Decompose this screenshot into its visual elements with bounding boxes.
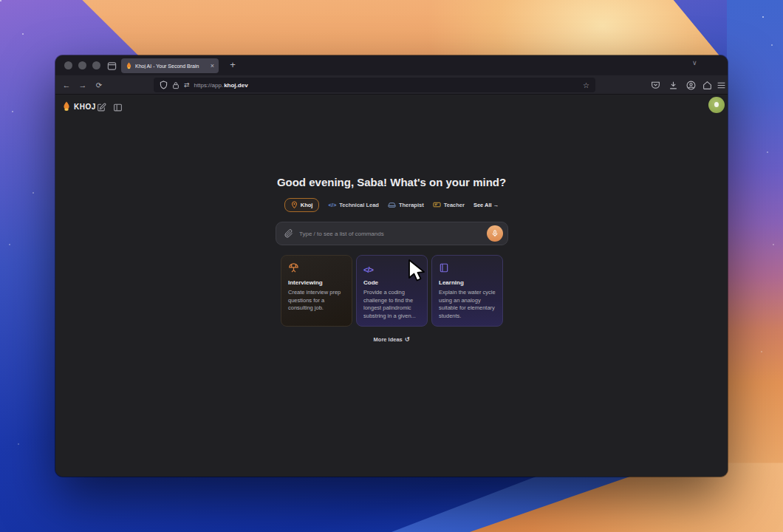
user-avatar[interactable] <box>708 97 725 113</box>
tracking-shield-icon[interactable] <box>160 81 168 89</box>
agent-chip-label: Khoj <box>301 202 313 208</box>
attach-paperclip-icon[interactable] <box>284 229 293 238</box>
menu-hamburger-icon[interactable] <box>717 81 726 90</box>
bookmark-star-icon[interactable]: ☆ <box>583 81 589 89</box>
agent-chip-teacher[interactable]: Teacher <box>433 202 465 208</box>
agent-chip-label: Technical Lead <box>339 202 379 208</box>
window-zoom-button[interactable] <box>92 61 100 69</box>
tab-title: Khoj AI - Your Second Brain <box>135 64 208 69</box>
chat-input-bar[interactable] <box>276 222 508 245</box>
browser-tab-bar: Khoj AI - Your Second Brain × + ∨ <box>55 55 728 75</box>
card-description: Explain the water cycle using an analogy… <box>439 289 496 320</box>
presentation-icon <box>288 262 345 274</box>
tab-favicon-khoj-icon <box>126 59 132 72</box>
card-description: Provide a coding challenge to find the l… <box>363 289 420 320</box>
home-icon[interactable] <box>702 81 712 90</box>
wallpaper-sparkles <box>0 0 1 1</box>
code-tag-icon: </> <box>328 202 336 208</box>
suggestion-card-interviewing[interactable]: Interviewing Create interview prep quest… <box>281 255 352 327</box>
mouse-cursor <box>407 259 428 282</box>
new-chat-icon[interactable] <box>97 103 106 112</box>
agent-chip-technical-lead[interactable]: </> Technical Lead <box>328 202 378 208</box>
url-domain: khoj.dev <box>224 82 247 89</box>
avatar-mark <box>714 102 719 107</box>
agent-chips-row: Khoj </> Technical Lead Therapist Teache… <box>55 198 728 212</box>
suggestion-card-learning[interactable]: Learning Explain the water cycle using a… <box>431 255 503 327</box>
card-description: Create interview prep questions for a co… <box>288 289 345 313</box>
downloads-icon[interactable] <box>669 81 678 90</box>
agent-chip-therapist[interactable]: Therapist <box>388 202 424 208</box>
browser-toolbar: ← → ⟳ ⇄ https://app. khoj.dev ☆ <box>55 75 728 95</box>
khoj-lantern-icon <box>62 101 71 112</box>
chat-input[interactable] <box>299 231 481 237</box>
khoj-logo[interactable]: KHOJ <box>62 101 96 112</box>
firefox-view-icon[interactable] <box>107 61 117 74</box>
reload-button[interactable]: ⟳ <box>92 75 106 95</box>
back-button[interactable]: ← <box>60 75 73 95</box>
book-icon <box>439 262 496 274</box>
chalkboard-icon <box>433 202 441 208</box>
card-title: Interviewing <box>288 279 345 286</box>
more-ideas-button[interactable]: More Ideas ↺ <box>55 336 728 343</box>
mic-button[interactable] <box>487 225 503 242</box>
url-bar[interactable]: ⇄ https://app. khoj.dev ☆ <box>154 78 595 92</box>
agent-chip-label: Teacher <box>444 202 465 208</box>
microphone-icon <box>491 230 499 237</box>
window-minimize-button[interactable] <box>78 61 86 69</box>
agent-chip-khoj[interactable]: Khoj <box>284 198 320 212</box>
window-close-button[interactable] <box>64 61 72 69</box>
agent-chip-label: Therapist <box>399 202 424 208</box>
suggestion-cards-row: Interviewing Create interview prep quest… <box>281 255 503 327</box>
refresh-icon: ↺ <box>405 336 410 343</box>
url-prefix: https://app. <box>194 82 224 89</box>
see-all-agents-link[interactable]: See All → <box>473 202 499 208</box>
pocket-icon[interactable] <box>651 81 660 90</box>
wallpaper-right-band <box>727 0 783 532</box>
khoj-logo-text: KHOJ <box>74 103 96 111</box>
account-icon[interactable] <box>686 81 696 90</box>
khoj-app-page: KHOJ Good evening, Saba! What's on your … <box>55 95 728 477</box>
close-tab-icon[interactable]: × <box>211 63 214 69</box>
sidebar-toggle-icon[interactable] <box>113 103 123 112</box>
forward-button[interactable]: → <box>76 75 89 95</box>
more-ideas-label: More Ideas <box>374 336 403 343</box>
tab-list-chevron-icon[interactable]: ∨ <box>692 59 697 66</box>
redirect-arrows-icon: ⇄ <box>184 81 190 89</box>
khoj-pin-icon <box>291 201 298 209</box>
new-tab-button[interactable]: + <box>225 58 240 72</box>
card-title: Learning <box>439 279 496 286</box>
lock-icon <box>172 81 179 89</box>
browser-window: Khoj AI - Your Second Brain × + ∨ ← → ⟳ … <box>55 55 728 477</box>
greeting-heading: Good evening, Saba! What's on your mind? <box>55 176 728 188</box>
browser-tab[interactable]: Khoj AI - Your Second Brain × <box>121 58 219 73</box>
couch-icon <box>388 202 396 208</box>
